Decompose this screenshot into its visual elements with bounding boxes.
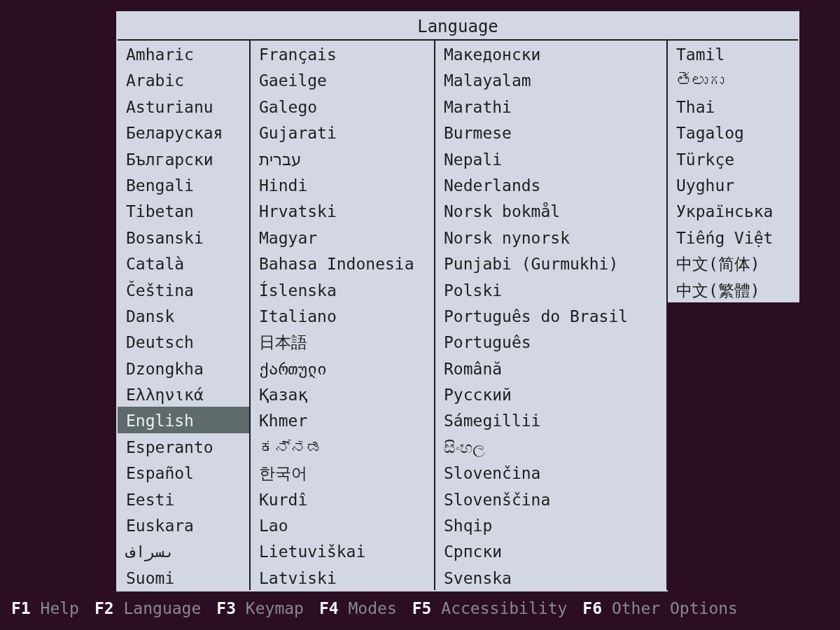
fkey-f4[interactable]: F4 [319,599,339,617]
language-option[interactable]: ქართული [251,355,434,381]
language-option[interactable]: Tiếng Việt [668,224,798,250]
language-option[interactable]: Sámegillii [435,407,666,433]
language-option[interactable]: Íslenska [251,276,434,302]
language-option[interactable]: Kurdî [251,486,434,512]
language-option[interactable]: Ελληνικά [118,381,249,407]
language-option[interactable]: Čeština [118,276,249,302]
language-option[interactable]: 日本語 [251,328,434,354]
language-option[interactable]: Latviski [251,564,434,590]
language-option[interactable]: සිංහල [435,433,666,459]
language-option[interactable]: Deutsch [118,328,249,354]
fkey-label-f1: Help [41,599,79,617]
language-option[interactable]: Nepali [435,146,666,172]
language-option[interactable]: Svenska [435,564,666,590]
language-option[interactable]: Eesti [118,486,249,512]
language-option[interactable]: Amharic [118,41,249,66]
language-option[interactable]: Lietuviškai [251,538,434,564]
fkey-f3[interactable]: F3 [216,599,236,617]
language-option[interactable]: Nederlands [435,172,666,197]
language-option[interactable]: Türkçe [668,146,798,172]
fkey-label-f6: Other Options [612,599,738,617]
language-option[interactable]: Қазақ [251,381,434,407]
language-option[interactable]: Polski [435,276,666,302]
function-key-bar: F1 HelpF2 LanguageF3 KeymapF4 ModesF5 Ac… [0,599,840,617]
language-option[interactable]: Dzongkha [118,355,249,381]
language-option[interactable]: Norsk bokmål [435,197,666,223]
language-column-2: FrançaisGaeilgeGalegoGujaratiעבריתHindiH… [251,41,435,590]
language-option[interactable]: Hindi [251,172,434,197]
language-option[interactable]: Marathi [435,93,666,119]
language-option[interactable]: Português [435,328,666,354]
language-option[interactable]: ಕನ್ನಡ [251,433,434,459]
language-option[interactable]: Bahasa Indonesia [251,250,434,276]
language-option[interactable]: Беларуская [118,119,249,145]
language-option[interactable]: Српски [435,538,666,564]
fkey-f2[interactable]: F2 [94,599,114,617]
language-option[interactable]: Français [251,41,434,66]
language-option[interactable]: Tamil [668,41,798,66]
fkey-f6[interactable]: F6 [582,599,602,617]
language-option[interactable]: Bosanski [118,224,249,250]
language-option[interactable]: Uyghur [668,172,798,197]
fkey-label-f2: Language [124,599,202,617]
language-option[interactable]: Malayalam [435,66,666,92]
language-option[interactable]: Slovenčina [435,459,666,485]
language-option[interactable]: Română [435,355,666,381]
language-column-1: AmharicArabicAsturianuБеларускаяБългарск… [118,41,251,590]
language-option[interactable]: Bengali [118,172,249,197]
language-option[interactable]: Slovenščina [435,486,666,512]
language-option[interactable]: Arabic [118,66,249,92]
language-option[interactable]: Lao [251,512,434,538]
language-option[interactable]: 한국어 [251,459,434,485]
language-option[interactable]: Español [118,459,249,485]
fkey-label-f3: Keymap [246,599,304,617]
fkey-f5[interactable]: F5 [412,599,432,617]
language-column-4: TamilతెలుగుThaiTagalogTürkçeUyghurУкраїн… [668,41,798,302]
column-4-trim [668,302,801,593]
language-column-3: МакедонскиMalayalamMarathiBurmeseNepaliN… [435,41,668,590]
language-option[interactable]: Português do Brasil [435,302,666,328]
language-option[interactable]: Українська [668,197,798,223]
language-option[interactable]: Esperanto [118,433,249,459]
language-option[interactable]: 中文(简体) [668,250,798,276]
language-option[interactable]: Euskara [118,512,249,538]
language-option[interactable]: Hrvatski [251,197,434,223]
fkey-f1[interactable]: F1 [11,599,31,617]
dialog-title: Language [118,13,798,41]
language-option[interactable]: Русский [435,381,666,407]
language-option[interactable]: Khmer [251,407,434,433]
language-option[interactable]: Asturianu [118,93,249,119]
language-option[interactable]: Македонски [435,41,666,66]
language-option[interactable]: Thai [668,93,798,119]
language-option[interactable]: తెలుగు [668,66,798,92]
language-option[interactable]: Punjabi (Gurmukhi) [435,250,666,276]
language-option[interactable]: Dansk [118,302,249,328]
language-option[interactable]: English [118,407,249,433]
language-option[interactable]: Norsk nynorsk [435,224,666,250]
language-option[interactable]: Català [118,250,249,276]
fkey-label-f4: Modes [349,599,397,617]
language-option[interactable]: Gaeilge [251,66,434,92]
language-option[interactable]: Magyar [251,224,434,250]
language-option[interactable]: Galego [251,93,434,119]
language-option[interactable]: 中文(繁體) [668,276,798,302]
language-option[interactable]: Italiano [251,302,434,328]
language-option[interactable]: Suomi [118,564,249,590]
language-option[interactable]: עברית [251,146,434,172]
fkey-label-f5: Accessibility [441,599,567,617]
language-option[interactable]: Shqip [435,512,666,538]
language-option[interactable]: Tibetan [118,197,249,223]
language-option[interactable]: Burmese [435,119,666,145]
language-option[interactable]: Български [118,146,249,172]
language-option[interactable]: ىسراف [118,538,249,564]
language-option[interactable]: Gujarati [251,119,434,145]
language-option[interactable]: Tagalog [668,119,798,145]
